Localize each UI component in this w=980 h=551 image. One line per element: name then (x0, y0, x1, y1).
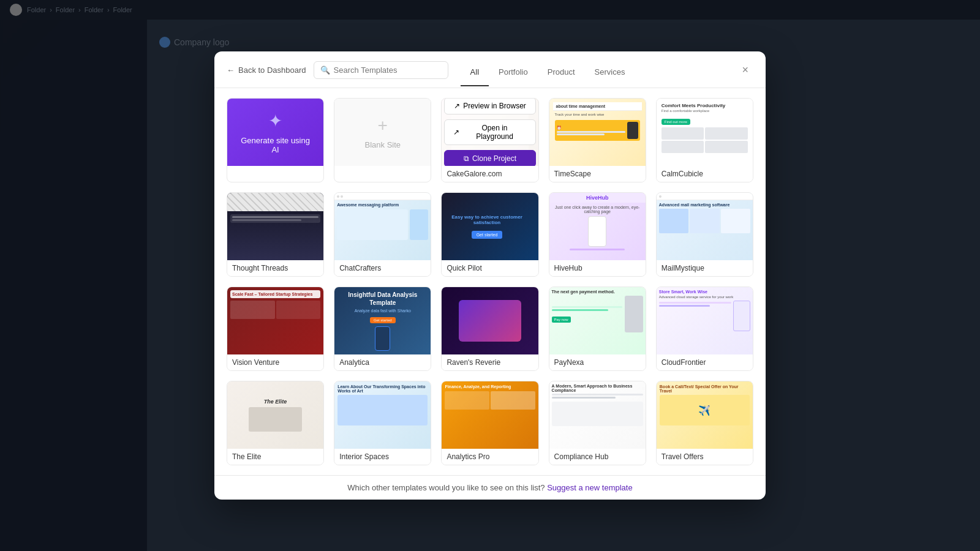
open-in-playground-button[interactable]: ↗ Open in Playground (444, 119, 536, 145)
bottom3-thumb: Finance, Analyze, and Reporting (442, 381, 538, 449)
cloudfrontier-thumb: Store Smart, Work Wise Advanced cloud st… (657, 287, 753, 354)
bottom2-label: Interior Spaces (334, 449, 431, 465)
ai-card-thumb: ✦ Generate site using AI (227, 99, 323, 166)
thought-threads-thumb (227, 193, 323, 260)
plus-icon: + (378, 116, 388, 135)
paynexa-label: PayNexa (549, 354, 646, 370)
analytica-label: Analytica (334, 354, 431, 370)
clone-project-button[interactable]: ⧉ Clone Project (444, 150, 536, 166)
close-modal-button[interactable]: × (737, 61, 753, 79)
template-card-ravensreverie[interactable]: Raven's Reverie (441, 287, 538, 371)
bottom4-thumb: A Modern, Smart Approach to Business Com… (549, 381, 646, 449)
quickpilot-thumb: Easy way to achieve customer satisfactio… (442, 193, 538, 260)
template-card-bottom1[interactable]: The Elite The Elite (227, 381, 324, 465)
blank-card-thumb: + Blank Site (334, 99, 431, 166)
mailmystique-thumb: Advanced mail marketing software (657, 193, 753, 260)
tab-all[interactable]: All (461, 62, 489, 86)
search-icon: 🔍 (320, 66, 330, 75)
template-card-timescape[interactable]: about time management Track your time an… (549, 98, 646, 182)
chatcrafters-label: ChatCrafters (334, 260, 431, 276)
template-grid: ✦ Generate site using AI + Blank Site (227, 98, 753, 465)
cakegalore-hover-overlay: ↗ Preview in Browser ↗ Open in Playgroun… (442, 99, 538, 166)
tab-product[interactable]: Product (538, 62, 585, 86)
timescape-thumb: about time management Track your time an… (549, 99, 646, 166)
template-card-thought-threads[interactable]: Thought Threads (227, 192, 324, 277)
cakegalore-thumb: ↗ Preview in Browser ↗ Open in Playgroun… (442, 99, 538, 166)
template-card-mailmystique[interactable]: Advanced mail marketing software MailMys… (656, 192, 753, 277)
bottom5-label: Travel Offers (657, 449, 753, 465)
timescape-label: TimeScape (549, 166, 646, 182)
template-card-bottom2[interactable]: Learn About Our Transforming Spaces into… (334, 381, 431, 465)
modal-body: ✦ Generate site using AI + Blank Site (214, 88, 766, 475)
calmcubicle-thumb: Comfort Meets Productivity Find a comfor… (657, 99, 753, 166)
template-card-visionventure[interactable]: Scale Fast – Tailored Startup Strategies… (227, 287, 324, 371)
bottom3-label: Analytics Pro (442, 449, 538, 465)
template-card-bottom3[interactable]: Finance, Analyze, and Reporting Analytic… (441, 381, 538, 465)
preview-in-browser-button[interactable]: ↗ Preview in Browser (444, 99, 536, 114)
back-arrow-icon: ← (227, 66, 235, 75)
calmcubicle-label: CalmCubicle (657, 166, 753, 182)
template-modal: ← Back to Dashboard 🔍 All Portfolio Prod… (214, 51, 766, 500)
bottom1-label: The Elite (227, 449, 323, 465)
ravensreverie-thumb (442, 287, 538, 354)
cakegalore-label: CakeGalore.com (442, 166, 538, 182)
tab-portfolio[interactable]: Portfolio (489, 62, 538, 86)
bottom1-thumb: The Elite (227, 381, 323, 449)
template-card-quickpilot[interactable]: Easy way to achieve customer satisfactio… (441, 192, 538, 277)
preview-icon: ↗ (454, 102, 460, 110)
playground-icon: ↗ (453, 128, 459, 137)
tab-services[interactable]: Services (585, 62, 635, 86)
search-input[interactable] (334, 66, 442, 75)
search-box[interactable]: 🔍 (314, 61, 448, 79)
ravensreverie-label: Raven's Reverie (442, 354, 538, 370)
template-card-hivehub[interactable]: HiveHub Just one click away to create a … (549, 192, 646, 277)
template-card-paynexa[interactable]: The next gen payment method. Pay now (549, 287, 646, 371)
bottom2-thumb: Learn About Our Transforming Spaces into… (334, 381, 431, 449)
visionventure-thumb: Scale Fast – Tailored Startup Strategies (227, 287, 323, 354)
hivehub-label: HiveHub (549, 260, 646, 276)
paynexa-thumb: The next gen payment method. Pay now (549, 287, 646, 354)
template-card-ai[interactable]: ✦ Generate site using AI (227, 98, 324, 182)
hivehub-thumb: HiveHub Just one click away to create a … (549, 193, 646, 260)
suggest-new-template-link[interactable]: Suggest a new template (547, 483, 632, 492)
modal-header: ← Back to Dashboard 🔍 All Portfolio Prod… (214, 51, 766, 88)
modal-footer: Which other templates would you like to … (214, 475, 766, 500)
quickpilot-label: Quick Pilot (442, 260, 538, 276)
back-to-dashboard-button[interactable]: ← Back to Dashboard (227, 66, 306, 83)
clone-icon: ⧉ (464, 154, 469, 163)
visionventure-label: Vision Venture (227, 354, 323, 370)
template-card-cakegalore[interactable]: ↗ Preview in Browser ↗ Open in Playgroun… (441, 98, 538, 182)
template-card-analytica[interactable]: Insightful Data Analysis Template Analyz… (334, 287, 431, 371)
thought-threads-label: Thought Threads (227, 260, 323, 276)
template-card-bottom5[interactable]: Book a Call/Text/ Special Offer on Your … (656, 381, 753, 465)
template-card-cloudfrontier[interactable]: Store Smart, Work Wise Advanced cloud st… (656, 287, 753, 371)
bottom5-thumb: Book a Call/Text/ Special Offer on Your … (657, 381, 753, 449)
bottom4-label: Compliance Hub (549, 449, 646, 465)
sparkle-icon: ✦ (268, 111, 282, 131)
cloudfrontier-label: CloudFrontier (657, 354, 753, 370)
chatcrafters-thumb: Awesome messaging platform (334, 193, 431, 260)
template-card-bottom4[interactable]: A Modern, Smart Approach to Business Com… (549, 381, 646, 465)
tab-bar: All Portfolio Product Services (461, 62, 635, 86)
analytica-thumb: Insightful Data Analysis Template Analyz… (334, 287, 431, 354)
mailmystique-label: MailMystique (657, 260, 753, 276)
template-card-chatcrafters[interactable]: Awesome messaging platform ChatCrafters (334, 192, 431, 277)
modal-overlay: ← Back to Dashboard 🔍 All Portfolio Prod… (0, 0, 980, 551)
template-card-blank[interactable]: + Blank Site (334, 98, 431, 182)
template-card-calmcubicle[interactable]: Comfort Meets Productivity Find a comfor… (656, 98, 753, 182)
